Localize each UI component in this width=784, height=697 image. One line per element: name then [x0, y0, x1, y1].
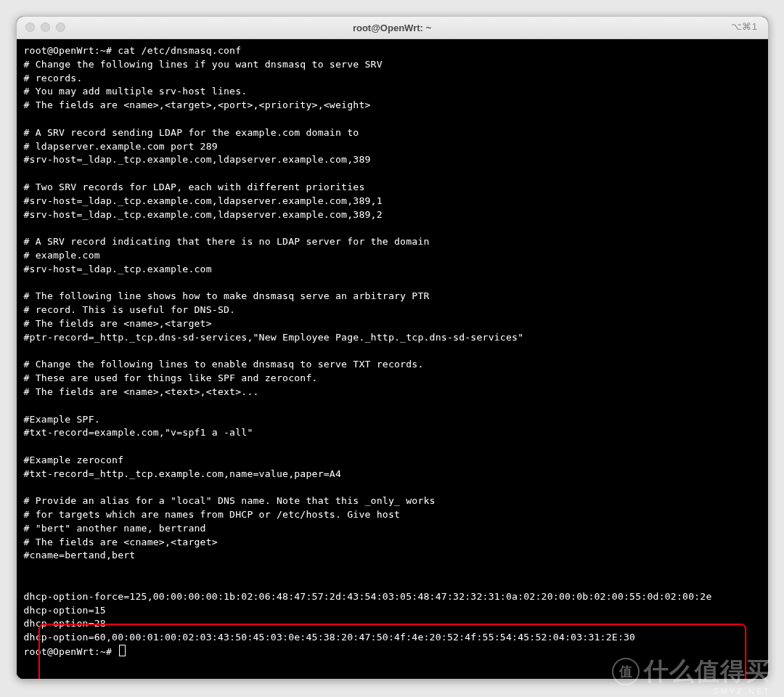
file-line: #txt-record=_http._tcp.example.com,name=…	[24, 468, 342, 479]
file-line: # "bert" another name, bertrand	[24, 523, 206, 534]
file-line: #cname=bertand,bert	[24, 550, 136, 561]
file-line: # Change the following lines if you want…	[24, 59, 383, 70]
cursor-icon	[119, 645, 126, 656]
file-line: dhcp-option=28	[24, 618, 106, 629]
file-line: # A SRV record indicating that there is …	[24, 236, 430, 247]
file-line: # example.com	[24, 250, 100, 261]
terminal-window: root@OpenWrt: ~ ⌥⌘1 root@OpenWrt:~# cat …	[16, 16, 769, 680]
file-line: # The fields are <cname>,<target>	[24, 537, 218, 547]
close-icon[interactable]	[25, 23, 35, 32]
file-line: dhcp-option=15	[24, 605, 106, 616]
zoom-icon[interactable]	[56, 23, 65, 32]
file-line: # The fields are <name>,<target>,<port>,…	[24, 99, 371, 110]
file-line: # A SRV record sending LDAP for the exam…	[24, 127, 359, 138]
file-line: dhcp-option-force=125,00:00:00:00:1b:02:…	[24, 591, 712, 602]
file-line: # Provide an alias for a "local" DNS nam…	[24, 495, 436, 506]
file-line: #Example zeroconf	[24, 455, 124, 465]
file-line: #srv-host=_ldap._tcp.example.com,ldapser…	[24, 195, 383, 206]
prompt-line-2: root@OpenWrt:~#	[24, 646, 118, 657]
file-line: dhcp-option=60,00:00:01:00:02:03:43:50:4…	[24, 632, 636, 643]
watermark-url: SMYZ.NET	[713, 687, 771, 696]
file-line: # These are used for things like SPF and…	[24, 372, 318, 383]
file-line: #ptr-record=_http._tcp.dns-sd-services,"…	[24, 332, 524, 343]
file-line: # records.	[24, 73, 83, 83]
traffic-lights	[25, 23, 65, 32]
window-title: root@OpenWrt: ~	[17, 23, 768, 33]
file-line: # The fields are <name>,<target>	[24, 318, 212, 329]
file-line: # Two SRV records for LDAP, each with di…	[24, 182, 365, 192]
file-line: # ldapserver.example.com port 289	[24, 141, 218, 152]
file-line: # The following line shows how to make d…	[24, 290, 430, 301]
tab-shortcut: ⌥⌘1	[731, 21, 758, 32]
titlebar: root@OpenWrt: ~ ⌥⌘1	[17, 17, 768, 39]
file-line: #txt-record=example.com,"v=spf1 a -all"	[24, 427, 253, 438]
file-line: #Example SPF.	[24, 414, 100, 425]
file-line: # record. This is useful for DNS-SD.	[24, 304, 236, 315]
file-line: # Change the following lines to enable d…	[24, 359, 424, 370]
file-line: # for targets which are names from DHCP …	[24, 509, 401, 520]
file-line: #srv-host=_ldap._tcp.example.com,ldapser…	[24, 154, 371, 165]
terminal-content[interactable]: root@OpenWrt:~# cat /etc/dnsmasq.conf # …	[17, 39, 768, 679]
file-line: #srv-host=_ldap._tcp.example.com,ldapser…	[24, 209, 383, 220]
file-line: # The fields are <name>,<text>,<text>...	[24, 386, 259, 397]
minimize-icon[interactable]	[41, 23, 50, 32]
prompt-line-1: root@OpenWrt:~# cat /etc/dnsmasq.conf	[24, 45, 242, 56]
file-line: # You may add multiple srv-host lines.	[24, 86, 248, 97]
file-line: #srv-host=_ldap._tcp.example.com	[24, 264, 212, 274]
